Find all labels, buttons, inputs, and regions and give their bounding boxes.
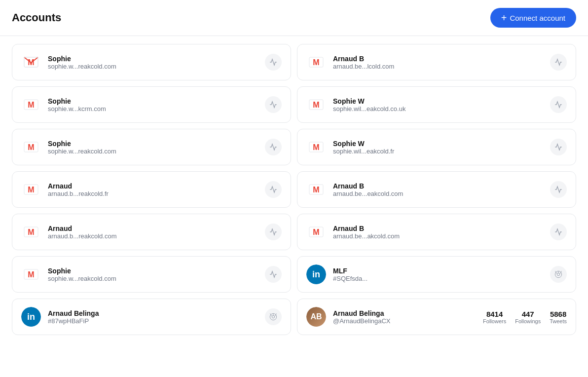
account-stats-button[interactable] [550, 96, 567, 113]
gmail-avatar: M [306, 222, 326, 242]
account-stats-button[interactable] [265, 96, 282, 113]
gmail-avatar: M [21, 137, 41, 157]
followers-count: 8414 [483, 310, 506, 318]
account-info: Sophie sophie.w...reakcold.com [48, 267, 258, 282]
account-info: Arnaud B arnaud.be...eakcold.com [333, 182, 543, 197]
user-avatar-image: AB [306, 307, 326, 327]
account-info: Arnaud arnaud.b...reakcold.com [48, 225, 258, 240]
account-email: arnaud.be...lcold.com [333, 63, 543, 70]
account-chrome-button[interactable] [550, 266, 567, 283]
account-name: Sophie [48, 55, 258, 63]
connect-account-label: Connect account [510, 14, 565, 22]
linkedin-avatar: in [306, 264, 326, 284]
twitter-avatar: AB [306, 307, 326, 327]
account-card-arnaud-4: M Arnaud B arnaud.be...akcold.com [297, 214, 576, 250]
account-name: Sophie [48, 140, 258, 148]
account-stats-button[interactable] [550, 181, 567, 198]
account-name: Arnaud [48, 225, 258, 232]
svg-point-35 [557, 273, 559, 275]
account-stats-button[interactable] [550, 224, 567, 240]
linkedin-icon: in [306, 264, 326, 284]
gmail-avatar: M [21, 222, 41, 242]
gmail-avatar: M [21, 52, 41, 72]
account-email: arnaud.be...akcold.com [333, 232, 543, 240]
account-card-mlf-linkedin: in MLF #SQEfsda... [297, 256, 576, 293]
account-name: Arnaud B [333, 55, 543, 63]
gmail-avatar: M [306, 137, 326, 157]
account-stats-button[interactable] [265, 266, 282, 283]
account-email: arnaud.b...reakcold.fr [48, 190, 258, 197]
svg-text:M: M [28, 270, 34, 279]
account-card-sophie-4: M Sophie sophie.w...reakcold.com [12, 256, 291, 293]
svg-text:M: M [28, 143, 34, 151]
account-name: Arnaud B [333, 182, 543, 190]
account-card-sophie-3: M Sophie sophie.w...reakcold.com [12, 129, 291, 165]
tweets-label: Tweets [550, 318, 567, 324]
gmail-avatar: M [306, 52, 326, 72]
svg-point-40 [272, 315, 274, 318]
gmail-avatar: M [21, 264, 41, 284]
account-name: Sophie W [333, 140, 543, 148]
account-email: #SQEfsda... [333, 275, 543, 282]
account-chrome-button[interactable] [265, 308, 282, 325]
twitter-stats: 8414 Followers 447 Followings 5868 Tweet… [483, 310, 567, 324]
account-email: #87wpHBaFiP [48, 317, 258, 325]
tweets-count: 5868 [550, 310, 567, 318]
account-stats-button[interactable] [265, 224, 282, 240]
account-name: Sophie [48, 97, 258, 105]
followings-count: 447 [515, 310, 541, 318]
followers-label: Followers [483, 318, 506, 324]
account-name: Arnaud Belinga [48, 309, 258, 317]
account-stats-button[interactable] [550, 139, 567, 155]
tweets-stat: 5868 Tweets [550, 310, 567, 324]
gmail-avatar: M [306, 180, 326, 199]
followings-label: Followings [515, 318, 541, 324]
account-card-sophie-couk: M Sophie W sophie.wil...eakcold.co.uk [297, 86, 576, 123]
linkedin-icon: in [21, 307, 41, 327]
account-email: arnaud.b...reakcold.com [48, 232, 258, 240]
account-email: sophie.w...reakcold.com [48, 148, 258, 155]
account-info: Sophie W sophie.wil...eakcold.co.uk [333, 97, 543, 113]
account-email: sophie.w...reakcold.com [48, 275, 258, 282]
account-stats-button[interactable] [550, 54, 567, 71]
account-name: MLF [333, 267, 543, 275]
account-name: Arnaud B [333, 225, 543, 232]
account-card-arnaud-2: M Arnaud B arnaud.be...eakcold.com [297, 171, 576, 208]
gmail-avatar: M [21, 180, 41, 199]
svg-text:M: M [313, 143, 319, 151]
account-card-arnaud-3: M Arnaud arnaud.b...reakcold.com [12, 214, 291, 250]
account-card-arnaud-fr: M Arnaud arnaud.b...reakcold.fr [12, 171, 291, 208]
account-info: Sophie sophie.w...kcrm.com [48, 97, 258, 113]
svg-text:M: M [28, 101, 34, 109]
gmail-avatar: M [306, 95, 326, 114]
svg-text:M: M [28, 186, 34, 194]
account-info: Arnaud Belinga @ArnaudBelingaCX [333, 309, 476, 325]
account-card-sophie-fr: M Sophie W sophie.wil...eakcold.fr [297, 129, 576, 165]
plus-icon: + [501, 13, 507, 23]
account-stats-button[interactable] [265, 181, 282, 198]
account-email: @ArnaudBelingaCX [333, 317, 476, 325]
account-stats-button[interactable] [265, 139, 282, 155]
svg-text:M: M [313, 228, 319, 236]
svg-text:M: M [313, 186, 319, 194]
linkedin-avatar: in [21, 307, 41, 327]
account-email: sophie.w...reakcold.com [48, 63, 258, 70]
account-stats-button[interactable] [265, 54, 282, 71]
gmail-avatar: M [21, 95, 41, 114]
account-email: sophie.wil...eakcold.fr [333, 148, 543, 155]
account-card-sophie-2: M Sophie sophie.w...kcrm.com [12, 86, 291, 123]
account-info: Arnaud B arnaud.be...akcold.com [333, 225, 543, 240]
svg-text:M: M [313, 58, 319, 67]
account-card-arnaud-twitter: AB Arnaud Belinga @ArnaudBelingaCX 8414 … [297, 299, 576, 335]
account-info: MLF #SQEfsda... [333, 267, 543, 282]
account-email: sophie.wil...eakcold.co.uk [333, 105, 543, 113]
account-card-sophie-1: M Sophie sophie.w...reakcold.com [12, 44, 291, 80]
svg-text:M: M [28, 228, 34, 236]
account-name: Sophie W [333, 97, 543, 105]
page-header: Accounts + Connect account [0, 0, 588, 36]
connect-account-button[interactable]: + Connect account [490, 8, 576, 28]
account-info: Sophie W sophie.wil...eakcold.fr [333, 140, 543, 155]
account-name: Arnaud Belinga [333, 309, 476, 317]
account-card-arnaud-linkedin: in Arnaud Belinga #87wpHBaFiP [12, 299, 291, 335]
svg-text:M: M [313, 101, 319, 109]
